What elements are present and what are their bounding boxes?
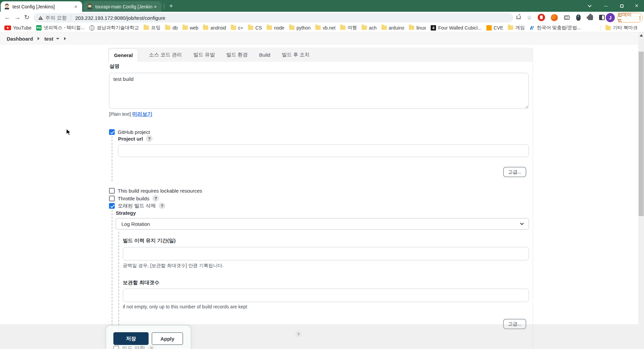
tab-separator [164, 3, 164, 9]
window-close-button[interactable]: × [630, 0, 643, 12]
tab-build-triggers[interactable]: 빌드 유발 [193, 52, 215, 58]
window-restore-button[interactable] [615, 0, 629, 12]
advanced-button-github[interactable]: 고급... [503, 167, 526, 177]
folder-icon [508, 26, 513, 30]
tab-close-icon[interactable]: × [73, 4, 79, 10]
folder-icon [165, 26, 170, 30]
tab-build-environment[interactable]: 빌드 환경 [225, 52, 248, 58]
browser-tab-inactive[interactable]: tourapi-main Config [Jenkins] × [84, 1, 162, 12]
share-icon[interactable] [515, 13, 523, 21]
help-icon[interactable]: ? [159, 202, 165, 209]
throttle-builds-checkbox[interactable] [109, 196, 115, 201]
save-button[interactable]: 저장 [113, 332, 149, 345]
breadcrumb-job[interactable]: test [44, 36, 53, 42]
bookmark-folder[interactable]: arduino [380, 24, 406, 31]
github-project-checkbox[interactable] [109, 129, 115, 135]
bookmark-folder[interactable]: db [163, 24, 179, 31]
chevron-down-icon[interactable] [56, 38, 59, 40]
cve-icon [486, 25, 492, 31]
github-project-label: GitHub project [118, 129, 150, 135]
tab-general[interactable]: General [109, 48, 138, 62]
url-text[interactable]: 203.232.193.172:8080/job/test/configure [75, 15, 165, 21]
bookmark-folder[interactable]: python [287, 24, 312, 31]
bookmark-cve[interactable]: CVE [485, 24, 505, 31]
throttle-builds-row: Throttle builds ? [109, 195, 159, 202]
folder-icon [203, 26, 208, 30]
bookmark-youtube[interactable]: YouTube [3, 24, 33, 31]
help-icon[interactable]: ? [152, 195, 159, 202]
max-builds-input[interactable] [123, 289, 529, 302]
bookmark-university[interactable]: 경남과학기술대학교 [88, 24, 141, 32]
bookmark-folder[interactable]: linux [407, 24, 428, 31]
bookmark-folder[interactable]: android [201, 24, 228, 31]
hidden-option-label: 빌드 안함 [122, 345, 145, 349]
strategy-select[interactable]: Log Rotation [116, 218, 529, 230]
preview-link[interactable]: 미리보기 [132, 111, 152, 117]
hidden-option-checkbox[interactable] [113, 346, 119, 349]
bookmark-folder[interactable]: 프밍 [142, 24, 162, 32]
bookmark-star-icon[interactable]: ☆ [525, 13, 533, 21]
spellcheck-icon [529, 25, 535, 31]
help-icon[interactable]: ? [146, 135, 153, 142]
folder-icon [267, 26, 272, 30]
browser-tab-active[interactable]: test Config [Jenkins] × [1, 1, 82, 12]
partially-hidden-option-row: 빌드 안함 ? [113, 345, 155, 349]
chrome-update-button[interactable]: 업데이트 ⋮ [617, 13, 643, 22]
bookmark-folder[interactable]: web [181, 24, 200, 31]
folder-icon [231, 26, 236, 30]
side-panel-icon[interactable] [598, 13, 606, 21]
bookmark-spellcheck[interactable]: 한국어 맞춤법/문법... [528, 24, 582, 32]
new-tab-button[interactable]: + [167, 2, 175, 10]
throttle-builds-label: Throttle builds [118, 196, 149, 201]
tab-close-icon[interactable]: × [152, 4, 158, 10]
forward-icon[interactable]: → [13, 13, 22, 22]
extensions-puzzle-icon[interactable] [586, 13, 594, 21]
orange-extension-icon[interactable] [550, 13, 558, 21]
discard-old-builds-checkbox[interactable] [109, 203, 115, 209]
section-tree-line [112, 136, 112, 181]
bookmark-netfiex[interactable]: PX넷피엑스 - 택티컬... [35, 24, 86, 32]
max-builds-help: if not empty, only up to this number of … [123, 304, 247, 309]
profile-avatar[interactable]: J [606, 13, 615, 22]
youtube-icon [4, 26, 11, 30]
tab-build[interactable]: Build [259, 52, 271, 58]
scrollbar-thumb[interactable] [639, 52, 644, 216]
bookmark-folder[interactable]: 게임 [506, 24, 526, 32]
bookmark-four-walled[interactable]: 4Four Walled Cubicl... [429, 24, 483, 31]
mode-note: [Plain text] [109, 111, 131, 117]
window-menu-chevron-icon[interactable] [583, 0, 596, 12]
project-url-input[interactable] [118, 144, 529, 157]
other-bookmarks-folder[interactable]: 기타 북마크 [604, 24, 639, 32]
adblock-extension-icon[interactable] [537, 13, 545, 21]
menu-kebab-icon[interactable]: ⋮ [638, 15, 642, 20]
back-icon[interactable]: ← [3, 13, 12, 22]
retention-days-help: 공백일 경우, [보관할 최대갯수] 만큼 기록됩니다. [123, 263, 224, 269]
scrollbar-up-icon[interactable] [640, 34, 643, 37]
security-warning-text[interactable]: 주의 요함 [45, 15, 67, 21]
globe-icon [89, 25, 95, 31]
bookmark-folder[interactable]: c+ [229, 24, 245, 31]
tab-post-build-actions[interactable]: 빌드 후 조치 [281, 52, 310, 58]
chevron-down-icon [520, 221, 524, 225]
bookmark-folder[interactable]: vb.net [314, 24, 337, 31]
scrollbar[interactable] [638, 32, 644, 349]
bookmark-folder[interactable]: node [265, 24, 286, 31]
apply-button[interactable]: Apply [152, 332, 183, 345]
bookmark-folder[interactable]: 여행 [338, 24, 359, 32]
breadcrumb-dashboard[interactable]: Dashboard [7, 36, 33, 42]
bookmark-folder[interactable]: ach [360, 24, 378, 31]
address-bar[interactable]: 주의 요함 203.232.193.172:8080/job/test/conf… [34, 13, 513, 22]
tab-title: tourapi-main Config [Jenkins] [95, 4, 152, 9]
folder-icon [182, 26, 188, 30]
retention-days-input[interactable] [123, 247, 529, 260]
tab-source-code-management[interactable]: 소스 코드 관리 [148, 52, 182, 58]
reload-icon[interactable]: ↻ [22, 13, 32, 22]
tab-manager-extension-icon[interactable] [563, 13, 571, 21]
window-minimize-button[interactable]: ─ [599, 0, 612, 12]
lockable-resources-checkbox[interactable] [109, 188, 115, 194]
mouse-gesture-extension-icon[interactable] [574, 13, 582, 21]
description-textarea[interactable]: test build [109, 73, 529, 109]
security-warning-icon[interactable] [38, 16, 43, 20]
bookmark-folder[interactable]: CS [246, 24, 263, 31]
config-section-tabs: General 소스 코드 관리 빌드 유발 빌드 환경 Build 빌드 후 … [108, 48, 533, 62]
